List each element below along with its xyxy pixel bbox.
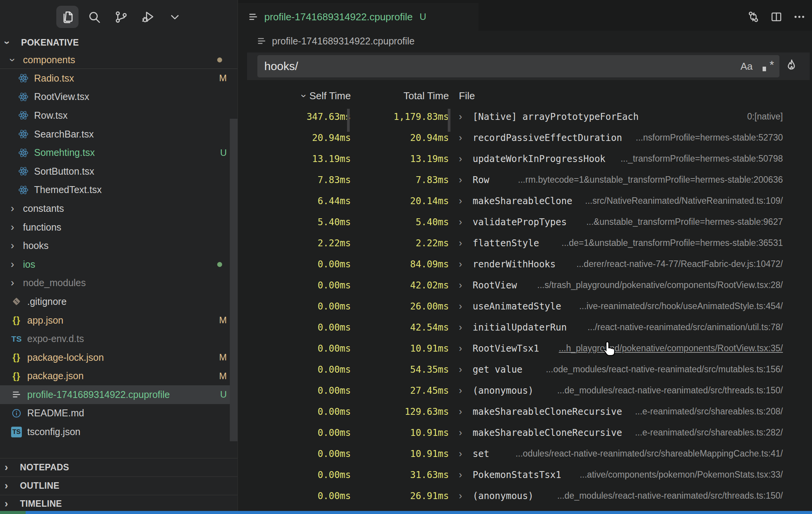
tree-item[interactable]: profile-1741689314922.cpuprofileU bbox=[0, 385, 237, 404]
tree-item[interactable]: ›ios bbox=[0, 255, 237, 274]
tree-item[interactable]: {}package-lock.jsonM bbox=[0, 348, 237, 367]
profile-row[interactable]: 7.83ms7.83ms›Row...rm.bytecode=1&unstabl… bbox=[238, 169, 812, 190]
profile-row[interactable]: 0.00ms10.91ms›set...odules/react-native-… bbox=[238, 443, 812, 464]
tree-item[interactable]: SortButton.tsx bbox=[0, 162, 237, 181]
tree-item[interactable]: RootView.tsx bbox=[0, 88, 237, 106]
tree-item[interactable]: SearchBar.tsx bbox=[0, 125, 237, 144]
column-header-file[interactable]: File bbox=[450, 90, 812, 102]
profile-row[interactable]: 0.00ms42.54ms›initialUpdaterRun.../react… bbox=[238, 317, 812, 338]
profile-row[interactable]: 347.63ms1,179.83ms›[Native] arrayPrototy… bbox=[238, 106, 812, 127]
chevron-right-icon[interactable]: › bbox=[459, 195, 468, 206]
file-location-link[interactable]: .../react-native-reanimated/src/animatio… bbox=[576, 322, 783, 332]
chevron-right-icon[interactable]: › bbox=[459, 490, 468, 501]
split-editor-icon[interactable] bbox=[769, 10, 784, 24]
tree-item[interactable]: {}package.jsonM bbox=[0, 367, 237, 386]
chevron-right-icon[interactable]: › bbox=[459, 280, 468, 291]
profile-row[interactable]: 0.00ms84.09ms›renderWithHooks...derer/re… bbox=[238, 254, 812, 275]
tree-item[interactable]: TStsconfig.json bbox=[0, 422, 237, 441]
file-location-link[interactable]: ...ative/components/pokemon/PokemonStats… bbox=[568, 470, 783, 480]
tree-item[interactable]: README.md bbox=[0, 404, 237, 423]
compare-icon[interactable] bbox=[746, 10, 761, 24]
profile-row[interactable]: 0.00ms42.02ms›RootView...s/trash_playgro… bbox=[238, 275, 812, 296]
chevron-right-icon[interactable]: › bbox=[459, 385, 468, 396]
tree-item[interactable]: ThemedText.tsx bbox=[0, 181, 237, 200]
sidebar-scrollbar[interactable] bbox=[230, 119, 237, 441]
column-sash[interactable] bbox=[347, 109, 350, 132]
profile-row[interactable]: 2.22ms2.22ms›flattenStyle...de=1&unstabl… bbox=[238, 232, 812, 254]
flame-icon[interactable] bbox=[784, 59, 798, 74]
profile-row[interactable]: 6.44ms20.14ms›makeShareableClone...src/N… bbox=[238, 190, 812, 211]
chevron-right-icon[interactable]: › bbox=[459, 237, 468, 249]
column-sash[interactable] bbox=[448, 109, 450, 132]
chevron-right-icon[interactable]: › bbox=[459, 111, 468, 122]
source-control-icon[interactable] bbox=[110, 6, 132, 28]
chevron-right-icon[interactable]: › bbox=[459, 364, 468, 375]
tree-item[interactable]: ›functions bbox=[0, 218, 237, 237]
chevron-right-icon[interactable]: › bbox=[459, 301, 468, 312]
chevron-right-icon[interactable]: › bbox=[459, 322, 468, 333]
more-actions-icon[interactable] bbox=[792, 10, 807, 24]
explorer-icon[interactable] bbox=[56, 6, 79, 28]
search-icon[interactable] bbox=[83, 6, 105, 28]
explorer-root-header[interactable]: › POKENATIVE bbox=[0, 34, 237, 51]
tree-item[interactable]: .gitignore bbox=[0, 292, 237, 311]
file-location-link[interactable]: ...s/trash_playground/pokenative/compone… bbox=[526, 280, 783, 290]
file-location-link[interactable]: ...de=1&unstable_transformProfile=hermes… bbox=[550, 238, 783, 248]
file-location-link[interactable]: ...nsformProfile=hermes-stable:52730 bbox=[624, 133, 783, 143]
file-location-link[interactable]: ...e-reanimated/src/shareables.ts:282/ bbox=[624, 427, 783, 438]
chevron-right-icon[interactable]: › bbox=[459, 174, 468, 185]
file-location-link[interactable]: ...ive-reanimated/src/hook/useAnimatedSt… bbox=[568, 301, 783, 311]
panel-timeline[interactable]: ›TIMELINE bbox=[0, 495, 237, 513]
file-location-link[interactable]: ...derer/react-native-74-77/ReactFabric-… bbox=[565, 259, 783, 269]
profile-row[interactable]: 0.00ms26.00ms›useAnimatedStyle...ive-rea… bbox=[238, 296, 812, 317]
breadcrumb[interactable]: profile-1741689314922.cpuprofile bbox=[238, 31, 812, 51]
profile-row[interactable]: 20.94ms20.94ms›recordPassiveEffectDurati… bbox=[238, 127, 812, 148]
filter-input[interactable]: hooks/ Aa * bbox=[257, 55, 779, 77]
chevron-right-icon[interactable]: › bbox=[459, 153, 468, 164]
tree-item[interactable]: Somehting.tsxU bbox=[0, 143, 237, 162]
column-header-self-time[interactable]: › Self Time bbox=[238, 90, 351, 102]
profile-row[interactable]: 5.40ms5.40ms›validatePropTypes...&unstab… bbox=[238, 211, 812, 232]
debug-icon[interactable] bbox=[137, 6, 159, 28]
file-location-link[interactable]: ...ode_modules/react-native-reanimated/s… bbox=[534, 364, 783, 375]
file-location-link[interactable]: ...h_playground/pokenative/components/Ro… bbox=[547, 343, 783, 354]
tree-item[interactable]: ›constants bbox=[0, 199, 237, 218]
file-location-link[interactable]: ...de_modules/react-native-reanimated/sr… bbox=[546, 491, 783, 501]
views-menu-icon[interactable] bbox=[164, 6, 186, 28]
tree-item[interactable]: {}app.jsonM bbox=[0, 311, 237, 330]
tree-item[interactable]: TSexpo-env.d.ts bbox=[0, 329, 237, 348]
tab-cpuprofile[interactable]: profile-1741689314922.cpuprofile U bbox=[238, 3, 478, 31]
file-location-link[interactable]: ...src/NativeReanimated/NativeReanimated… bbox=[574, 196, 783, 206]
chevron-right-icon[interactable]: › bbox=[459, 406, 468, 417]
chevron-right-icon[interactable]: › bbox=[459, 259, 468, 270]
sidebar-item-components[interactable]: › components bbox=[0, 51, 237, 69]
file-location-link[interactable]: ..._transformProfile=hermes-stable:50798 bbox=[609, 154, 783, 164]
profile-row[interactable]: 0.00ms26.91ms›(anonymous)...de_modules/r… bbox=[238, 485, 812, 506]
profile-row[interactable]: 0.00ms129.63ms›makeShareableCloneRecursi… bbox=[238, 401, 812, 422]
chevron-right-icon[interactable]: › bbox=[459, 448, 468, 459]
match-case-icon[interactable]: Aa bbox=[740, 61, 753, 72]
status-bar-main-segment[interactable] bbox=[26, 511, 812, 514]
chevron-right-icon[interactable]: › bbox=[459, 343, 468, 354]
chevron-right-icon[interactable]: › bbox=[459, 427, 468, 438]
panel-notepads[interactable]: ›NOTEPADS bbox=[0, 458, 237, 476]
profile-row[interactable]: 0.00ms31.63ms›PokemonStatsTsx1...ative/c… bbox=[238, 464, 812, 485]
profile-row[interactable]: 0.00ms54.35ms›get value...ode_modules/re… bbox=[238, 359, 812, 380]
regex-icon[interactable]: * bbox=[762, 60, 774, 73]
chevron-right-icon[interactable]: › bbox=[459, 216, 468, 228]
chevron-right-icon[interactable]: › bbox=[459, 132, 468, 143]
column-header-total-time[interactable]: Total Time bbox=[351, 90, 450, 102]
file-location-link[interactable]: ...rm.bytecode=1&unstable_transformProfi… bbox=[506, 175, 783, 185]
profile-row[interactable]: 0.00ms10.91ms›makeShareableCloneRecursiv… bbox=[238, 422, 812, 443]
file-location-link[interactable]: ...e-reanimated/src/shareables.ts:208/ bbox=[624, 406, 783, 417]
file-location-link[interactable]: ...de_modules/react-native-reanimated/sr… bbox=[546, 385, 783, 396]
file-location-link[interactable]: 0:[native] bbox=[736, 111, 783, 122]
tree-item[interactable]: ›node_modules bbox=[0, 274, 237, 293]
profile-row[interactable]: 0.00ms27.45ms›(anonymous)...de_modules/r… bbox=[238, 380, 812, 401]
tree-item[interactable]: Row.tsx bbox=[0, 106, 237, 125]
panel-outline[interactable]: ›OUTLINE bbox=[0, 476, 237, 495]
tree-item[interactable]: Radio.tsxM bbox=[0, 69, 237, 88]
file-location-link[interactable]: ...&unstable_transformProfile=hermes-sta… bbox=[575, 217, 783, 227]
status-bar-remote-segment[interactable] bbox=[0, 511, 26, 514]
tree-item[interactable]: ›hooks bbox=[0, 236, 237, 255]
